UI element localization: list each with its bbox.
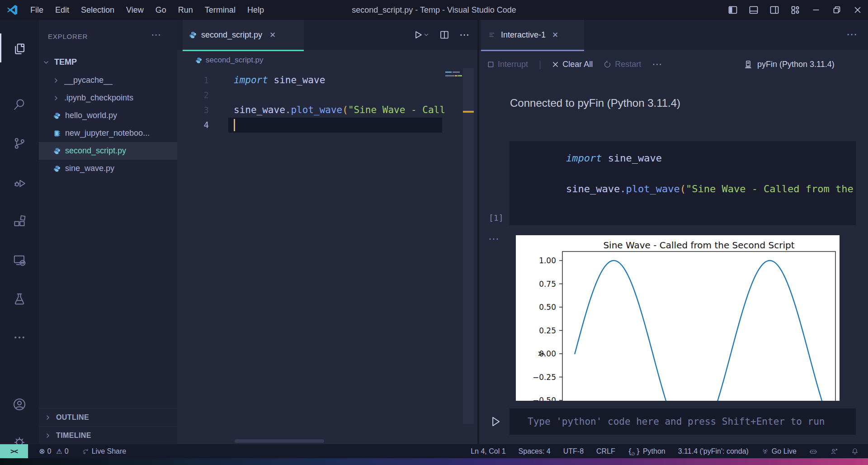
interactive-cell[interactable]: import sine_wave sine_wave.plot_wave("Si… (509, 141, 856, 225)
editor-more-actions-icon[interactable]: ⋯ (459, 30, 469, 40)
outline-section[interactable]: OUTLINE (39, 408, 177, 427)
cell-output-more-icon[interactable]: ⋯ (488, 232, 499, 245)
plot-ytick-label: 0.75 (539, 280, 556, 289)
account-icon[interactable] (0, 388, 39, 421)
sidebar-item-remote-explorer[interactable] (0, 244, 39, 276)
kernel-icon (744, 60, 753, 69)
explorer-sidebar: EXPLORER ⋯ TEMP __pycache__ .ipynb_check… (39, 20, 177, 444)
language-mode[interactable]: { } Python (623, 444, 670, 458)
sidebar-item-explorer[interactable] (0, 33, 39, 65)
tree-item-second-script-selected[interactable]: second_script.py (39, 142, 177, 160)
code-line-3[interactable]: sine_wave.plot_wave("Sine Wave - Called … (234, 103, 445, 118)
menu-go[interactable]: Go (150, 0, 172, 20)
tab-second-script[interactable]: second_script.py ✕ (183, 20, 304, 51)
menu-terminal[interactable]: Terminal (199, 0, 241, 20)
remote-indicator[interactable]: >< (0, 444, 28, 458)
restore-button[interactable] (826, 0, 847, 20)
toggle-secondary-sidebar-icon[interactable] (764, 0, 785, 20)
tab-interactive-1[interactable]: Interactive-1 ✕ (481, 20, 584, 51)
code-line-1[interactable]: import sine_wave (234, 73, 325, 88)
overview-ruler-marker (463, 111, 474, 113)
horizontal-scrollbar[interactable] (235, 439, 324, 443)
interactive-more-actions-icon[interactable]: ⋯ (846, 28, 857, 41)
live-share-button[interactable]: Live Share (77, 444, 131, 458)
cursor-position[interactable]: Ln 4, Col 1 (466, 444, 510, 458)
tree-item-ipynb-checkpoints[interactable]: .ipynb_checkpoints (39, 89, 177, 107)
tree-item-pycache[interactable]: __pycache__ (39, 71, 177, 89)
window-controls (722, 0, 868, 20)
toggle-primary-sidebar-icon[interactable] (722, 0, 743, 20)
breadcrumb[interactable]: second_script.py (195, 53, 264, 67)
toolbar-divider: | (539, 59, 541, 70)
menu-edit[interactable]: Edit (49, 0, 75, 20)
interrupt-button[interactable]: Interrupt (487, 60, 528, 69)
python-file-icon (195, 57, 202, 64)
python-interpreter[interactable]: 3.11.4 ('pyFin': conda) (674, 444, 753, 458)
plot-axes-frame (562, 251, 835, 401)
sidebar-item-run-and-debug[interactable] (0, 166, 39, 199)
toolbar-more-icon[interactable]: ⋯ (652, 58, 662, 70)
sidebar-item-testing[interactable] (0, 283, 39, 315)
kernel-connected-message: Connected to pyFin (Python 3.11.4) (510, 97, 680, 109)
toggle-panel-icon[interactable] (743, 0, 764, 20)
run-dropdown-chevron-icon[interactable] (423, 32, 429, 38)
restart-button[interactable]: Restart (604, 60, 641, 69)
editor-scrollbar[interactable] (463, 68, 474, 424)
menu-selection[interactable]: Selection (75, 0, 120, 20)
more-views-button[interactable] (0, 321, 39, 354)
go-live-button[interactable]: Go Live (757, 444, 801, 458)
timeline-section[interactable]: TIMELINE (39, 426, 177, 445)
editor-tab-strip: second_script.py ✕ ⋯ (177, 20, 477, 50)
error-icon: ⊗ (39, 447, 45, 456)
restart-icon (604, 61, 611, 68)
close-tab-icon[interactable]: ✕ (552, 30, 558, 40)
chevron-right-icon (52, 95, 60, 102)
sidebar-item-source-control[interactable] (0, 127, 39, 160)
encoding[interactable]: UTF-8 (559, 444, 588, 458)
kernel-picker[interactable]: pyFin (Python 3.11.4) (744, 53, 835, 75)
tree-item-new-jupyter-notebook[interactable]: new_jupyter_noteboo... (39, 124, 177, 142)
indentation[interactable]: Spaces: 4 (514, 444, 555, 458)
menu-view[interactable]: View (120, 0, 150, 20)
close-tab-icon[interactable]: ✕ (269, 30, 276, 40)
chevron-right-icon (44, 414, 52, 421)
split-editor-icon[interactable] (439, 30, 449, 40)
explorer-header: EXPLORER (48, 33, 88, 40)
run-python-file-button[interactable] (413, 30, 429, 40)
menu-run[interactable]: Run (172, 0, 199, 20)
interactive-code-input[interactable] (509, 408, 856, 435)
braces-icon: { } (628, 447, 640, 456)
menu-file[interactable]: File (24, 0, 49, 20)
code-token: "Sine Wave - Called from the Second Scri… (686, 183, 856, 195)
robot-face-icon[interactable] (805, 444, 822, 458)
plot-output: Sine Wave - Called from the Second Scrip… (516, 235, 840, 401)
notifications-bell-icon[interactable] (846, 444, 863, 458)
close-button[interactable] (847, 0, 868, 20)
customize-layout-icon[interactable] (785, 0, 806, 20)
live-share-icon (81, 447, 89, 455)
run-input-icon[interactable] (489, 415, 502, 428)
minimize-button[interactable] (806, 0, 826, 20)
interactive-tab-strip: Interactive-1 ✕ ⋯ (479, 20, 868, 50)
editor-code-area[interactable]: import sine_wave sine_wave.plot_wave("Si… (177, 70, 445, 151)
minimap[interactable] (445, 68, 462, 424)
warning-icon: ⚠ (56, 447, 62, 456)
title-bar: File Edit Selection View Go Run Terminal… (0, 0, 868, 20)
sidebar-item-search[interactable] (0, 88, 39, 121)
chevron-right-icon (44, 432, 52, 439)
desktop-gradient-strip (0, 458, 868, 465)
problems-indicator[interactable]: ⊗ 0 ⚠ 0 (34, 444, 73, 458)
clear-all-button[interactable]: Clear All (552, 60, 593, 69)
feedback-person-icon[interactable] (826, 444, 843, 458)
stop-icon (487, 61, 494, 68)
eol-sequence[interactable]: CRLF (592, 444, 620, 458)
menu-help[interactable]: Help (241, 0, 270, 20)
menu-bar: File Edit Selection View Go Run Terminal… (24, 0, 270, 20)
explorer-more-icon[interactable]: ⋯ (151, 29, 161, 41)
tree-item-hello-world[interactable]: hello_world.py (39, 107, 177, 124)
folder-root-temp[interactable]: TEMP (39, 53, 177, 71)
tree-item-sine-wave[interactable]: sine_wave.py (39, 160, 177, 177)
plot-ytick-label: −0.25 (533, 373, 556, 382)
sidebar-item-extensions[interactable] (0, 205, 39, 237)
plot-title: Sine Wave - Called from the Second Scrip… (603, 240, 794, 251)
